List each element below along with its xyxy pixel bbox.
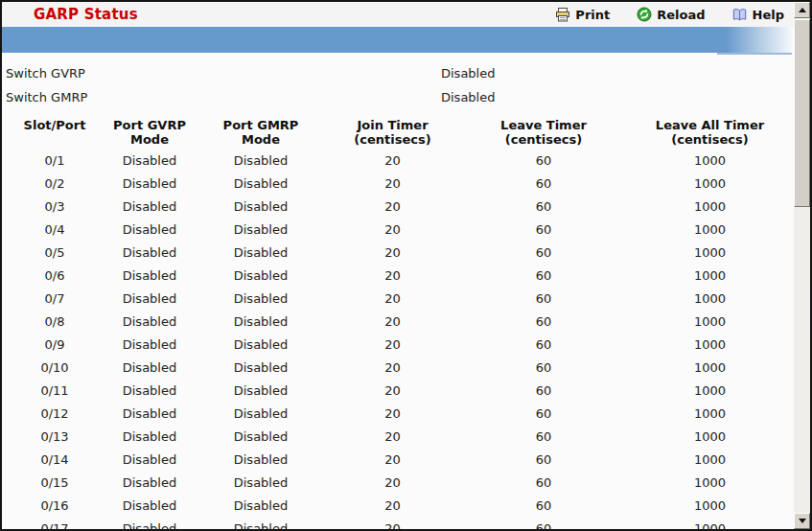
table-cell: Disabled [105,150,194,173]
table-cell: 60 [457,219,630,242]
table-cell: Disabled [105,426,194,449]
table-cell: 0/8 [4,311,105,334]
scrollbar-thumb[interactable] [794,19,810,207]
table-row: 0/9DisabledDisabled20601000 [4,334,790,357]
table-cell: 60 [457,242,630,265]
table-cell: 0/6 [4,265,105,288]
table-cell: 20 [328,426,457,449]
table-row: 0/10DisabledDisabled20601000 [4,357,790,380]
table-row: 0/16DisabledDisabled20601000 [4,495,790,518]
table-cell: 60 [457,495,630,518]
table-cell: 20 [328,288,457,311]
table-cell: 20 [328,472,457,495]
accent-bar [2,27,792,53]
table-cell: 60 [457,196,630,219]
table-cell: Disabled [194,173,328,196]
col-header-slot-port: Slot/Port [4,112,105,150]
table-cell: 20 [328,219,457,242]
scrollbar-track[interactable] [794,18,810,513]
col-header-join-timer: Join Timer(centisecs) [328,112,457,150]
table-cell: 0/13 [4,426,105,449]
col-header-leave-timer: Leave Timer(centisecs) [457,112,630,150]
table-cell: 1000 [630,311,790,334]
garp-port-table: Slot/Port Port GVRPMode Port GMRPMode Jo… [4,112,790,531]
table-cell: Disabled [105,219,194,242]
table-cell: Disabled [105,380,194,403]
table-cell: 0/2 [4,173,105,196]
reload-label: Reload [657,8,705,22]
table-cell: 20 [328,150,457,173]
table-cell: 60 [457,357,630,380]
table-cell: 60 [457,265,630,288]
print-label: Print [575,8,610,22]
table-cell: 20 [328,518,457,531]
table-cell: 0/4 [4,219,105,242]
table-cell: 1000 [630,150,790,173]
table-cell: Disabled [194,380,328,403]
table-cell: 1000 [630,380,790,403]
table-cell: Disabled [105,334,194,357]
table-cell: Disabled [194,288,328,311]
table-cell: 1000 [630,495,790,518]
table-cell: Disabled [194,334,328,357]
table-cell: 0/17 [4,518,105,531]
table-cell: 1000 [630,334,790,357]
reload-button[interactable]: Reload [636,7,705,22]
table-cell: 0/15 [4,472,105,495]
table-cell: 1000 [630,196,790,219]
table-cell: Disabled [105,472,194,495]
table-row: 0/12DisabledDisabled20601000 [4,403,790,426]
table-cell: 0/1 [4,150,105,173]
table-cell: 1000 [630,219,790,242]
table-row: 0/14DisabledDisabled20601000 [4,449,790,472]
help-label: Help [753,8,784,22]
table-cell: Disabled [194,472,328,495]
switch-gvrp-row: Switch GVRP Disabled [4,62,810,86]
table-row: 0/13DisabledDisabled20601000 [4,426,790,449]
table-cell: 20 [328,265,457,288]
table-cell: 1000 [630,449,790,472]
table-cell: Disabled [194,242,328,265]
help-button[interactable]: Help [731,7,784,22]
scroll-up-button[interactable] [794,2,810,18]
table-cell: 1000 [630,426,790,449]
table-cell: 20 [328,380,457,403]
table-cell: 20 [328,403,457,426]
table-row: 0/3DisabledDisabled20601000 [4,196,790,219]
print-button[interactable]: Print [554,7,610,22]
table-cell: 0/10 [4,357,105,380]
table-cell: Disabled [105,518,194,531]
table-cell: 0/3 [4,196,105,219]
table-cell: Disabled [105,196,194,219]
table-cell: Disabled [194,495,328,518]
scroll-down-button[interactable] [794,513,810,529]
table-header-row: Slot/Port Port GVRPMode Port GMRPMode Jo… [4,112,790,150]
table-cell: 1000 [630,518,790,531]
table-cell: Disabled [105,242,194,265]
table-cell: 20 [328,495,457,518]
help-book-icon [731,7,748,22]
table-cell: Disabled [194,426,328,449]
table-cell: Disabled [105,495,194,518]
table-cell: 60 [457,334,630,357]
table-row: 0/5DisabledDisabled20601000 [4,242,790,265]
table-row: 0/4DisabledDisabled20601000 [4,219,790,242]
switch-gmrp-value: Disabled [441,90,495,104]
table-cell: 1000 [630,242,790,265]
switch-gvrp-label: Switch GVRP [6,66,85,81]
table-cell: 20 [328,311,457,334]
col-header-port-gmrp-mode: Port GMRPMode [194,112,328,150]
toolbar: Print Reload [554,7,784,22]
table-cell: 60 [457,150,630,173]
table-cell: Disabled [105,357,194,380]
table-cell: 1000 [630,265,790,288]
table-cell: 60 [457,518,630,531]
top-header-bar: GARP Status Print [2,2,810,27]
table-cell: 60 [457,472,630,495]
scroll-up-arrow-icon [799,8,806,12]
table-cell: Disabled [105,265,194,288]
vertical-scrollbar[interactable] [794,2,810,529]
table-cell: 60 [457,403,630,426]
table-cell: 20 [328,196,457,219]
table-cell: 60 [457,288,630,311]
